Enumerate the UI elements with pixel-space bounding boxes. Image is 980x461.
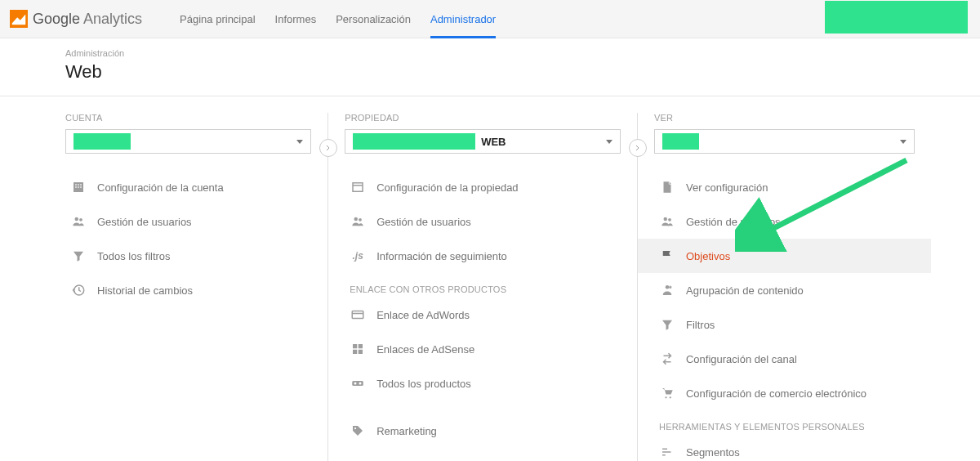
svg-point-26 — [668, 218, 671, 222]
analytics-logo-icon — [10, 10, 28, 28]
property-adwords[interactable]: Enlace de AdWords — [345, 298, 621, 332]
svg-point-23 — [359, 383, 362, 385]
view-heading: VER — [654, 113, 915, 123]
view-value-redacted — [662, 133, 699, 150]
view-segments[interactable]: Segmentos — [654, 435, 915, 461]
property-section-products: ENLACE CON OTROS PRODUCTOS — [345, 284, 621, 294]
menu-label: Todos los filtros — [97, 250, 171, 262]
svg-rect-18 — [359, 344, 363, 348]
document-icon — [659, 179, 675, 195]
svg-rect-17 — [353, 344, 357, 348]
menu-label: Configuración de comercio electrónico — [686, 387, 866, 400]
menu-label: Gestión de usuarios — [686, 216, 781, 228]
card-icon — [350, 307, 366, 323]
svg-rect-7 — [80, 186, 82, 188]
app-logo: Google Analytics — [10, 10, 142, 28]
svg-rect-4 — [80, 184, 82, 186]
menu-label: Filtros — [686, 319, 715, 331]
menu-label: Configuración de la cuenta — [97, 181, 224, 194]
view-filters[interactable]: Filtros — [654, 307, 915, 342]
svg-rect-2 — [75, 184, 77, 186]
view-goals[interactable]: Objetivos — [638, 239, 931, 273]
view-ecommerce[interactable]: Configuración de comercio electrónico — [654, 376, 915, 410]
window-icon — [350, 179, 366, 195]
grid-icon — [350, 341, 366, 357]
property-remarketing[interactable]: Remarketing — [345, 414, 621, 448]
account-redacted — [825, 1, 968, 34]
account-heading: CUENTA — [65, 113, 311, 123]
svg-point-9 — [79, 218, 82, 222]
account-select[interactable] — [65, 129, 311, 154]
property-select[interactable]: WEB — [345, 129, 621, 154]
view-grouping[interactable]: Agrupación de contenido — [654, 273, 915, 307]
svg-point-27 — [666, 285, 670, 289]
funnel-icon — [70, 248, 87, 264]
property-select-suffix: WEB — [481, 136, 506, 148]
property-users[interactable]: Gestión de usuarios — [345, 204, 621, 239]
menu-label: Segmentos — [686, 446, 740, 459]
menu-label: Remarketing — [376, 425, 437, 437]
svg-point-24 — [354, 427, 356, 429]
menu-label: Gestión de usuarios — [97, 216, 192, 228]
svg-point-29 — [670, 396, 671, 398]
account-value-redacted — [74, 133, 131, 150]
svg-rect-6 — [78, 186, 79, 188]
nav-reports[interactable]: Informes — [275, 0, 317, 38]
property-heading: PROPIEDAD — [345, 113, 621, 123]
property-tracking[interactable]: .js Información de seguimiento — [345, 239, 621, 273]
svg-rect-5 — [75, 186, 77, 188]
nav-admin[interactable]: Administrador — [430, 0, 496, 38]
menu-label: Configuración del canal — [686, 353, 797, 365]
funnel-icon — [659, 316, 675, 333]
menu-label: Gestión de usuarios — [376, 216, 471, 228]
nav-home[interactable]: Página principal — [180, 0, 256, 38]
page-header: Administración Web — [0, 38, 980, 96]
svg-point-14 — [359, 218, 362, 222]
chevron-down-icon — [900, 140, 906, 144]
person-star-icon — [659, 282, 675, 298]
admin-columns: CUENTA Configuración de la cuenta Gestió… — [0, 96, 980, 461]
account-history[interactable]: Historial de cambios — [65, 273, 311, 307]
column-account: CUENTA Configuración de la cuenta Gestió… — [49, 113, 327, 461]
transfer-right-button[interactable] — [319, 139, 337, 157]
view-channel[interactable]: Configuración del canal — [654, 342, 915, 376]
menu-label: Todos los productos — [376, 378, 471, 390]
property-all-products[interactable]: Todos los productos — [345, 366, 621, 401]
menu-label: Ver configuración — [686, 181, 768, 194]
view-users[interactable]: Gestión de usuarios — [654, 204, 915, 239]
account-settings[interactable]: Configuración de la cuenta — [65, 170, 311, 204]
svg-point-8 — [75, 217, 79, 222]
view-section-tools: HERRAMIENTAS Y ELEMENTOS PERSONALES — [654, 422, 915, 432]
property-settings[interactable]: Configuración de la propiedad — [345, 170, 621, 204]
nav-customization[interactable]: Personalización — [336, 0, 411, 38]
svg-rect-19 — [353, 350, 357, 354]
tag-icon — [350, 423, 366, 439]
svg-rect-20 — [359, 350, 363, 354]
property-adsense[interactable]: Enlaces de AdSense — [345, 332, 621, 366]
chevron-down-icon — [606, 140, 612, 144]
breadcrumb: Administración — [65, 48, 915, 58]
segments-icon — [659, 444, 675, 460]
transfer-right-button[interactable] — [629, 139, 647, 157]
top-bar: Google Analytics Página principal Inform… — [0, 0, 980, 38]
users-icon — [350, 213, 366, 230]
building-icon — [70, 179, 87, 195]
menu-label: Información de seguimiento — [376, 250, 507, 262]
flag-icon — [659, 248, 675, 264]
column-view: VER Ver configuración Gestión de usuario… — [637, 113, 931, 461]
svg-point-28 — [665, 396, 666, 398]
menu-label: Historial de cambios — [97, 284, 193, 297]
logo-text: Google Analytics — [33, 11, 142, 28]
view-select[interactable] — [654, 129, 915, 154]
account-users[interactable]: Gestión de usuarios — [65, 204, 311, 239]
view-settings[interactable]: Ver configuración — [654, 170, 915, 204]
menu-label: Enlace de AdWords — [376, 309, 470, 321]
menu-label: Enlaces de AdSense — [376, 343, 474, 356]
svg-point-22 — [354, 383, 357, 385]
account-filters[interactable]: Todos los filtros — [65, 239, 311, 273]
swap-icon — [659, 351, 675, 367]
primary-nav: Página principal Informes Personalizació… — [180, 0, 496, 38]
menu-label: Configuración de la propiedad — [376, 181, 518, 194]
link-icon — [350, 375, 366, 392]
code-icon: .js — [350, 248, 366, 264]
